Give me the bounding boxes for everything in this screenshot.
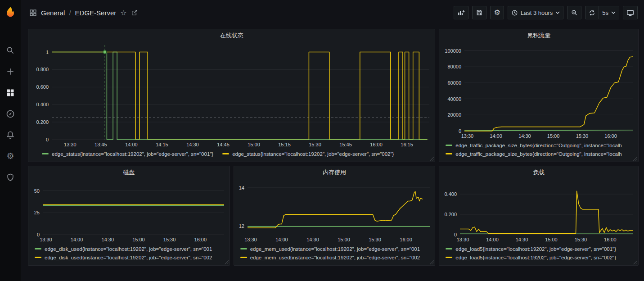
dashboard-toolbar: ⚙ Last 3 hours bbox=[454, 6, 638, 19]
panel-title[interactable]: 磁盘 bbox=[28, 166, 230, 179]
refresh-group: 5s bbox=[585, 6, 619, 19]
legend-item[interactable]: edge_disk_used{instance="localhost:19202… bbox=[35, 253, 225, 262]
refresh-interval-dropdown[interactable]: 5s bbox=[599, 6, 619, 19]
main-area: General / EDGE-Server ☆ bbox=[21, 0, 644, 281]
refresh-interval-label: 5s bbox=[602, 9, 608, 16]
panel-disk: 磁盘 0255013:3014:0014:3015:0015:3016:00 e… bbox=[28, 166, 230, 266]
svg-text:0.800: 0.800 bbox=[36, 67, 49, 72]
search-icon bbox=[6, 46, 15, 55]
sidebar-item-search[interactable] bbox=[0, 40, 21, 61]
svg-text:15:00: 15:00 bbox=[248, 142, 260, 147]
panel-legend: edge_disk_used{instance="localhost:19202… bbox=[28, 244, 230, 265]
legend-item[interactable]: edge_load5{instance="localhost:19202", j… bbox=[446, 253, 634, 262]
dashboard-grid: 在线状态 00.2000.4000.6000.800113:3013:4514:… bbox=[21, 25, 644, 281]
svg-text:14:30: 14:30 bbox=[518, 133, 531, 139]
svg-text:15:30: 15:30 bbox=[163, 237, 176, 242]
svg-text:0.400: 0.400 bbox=[445, 191, 457, 197]
panel-title[interactable]: 在线状态 bbox=[28, 29, 435, 42]
legend-series-label: edge_status{instance="localhost:19202", … bbox=[232, 151, 394, 157]
sidebar-item-server-admin[interactable] bbox=[0, 167, 21, 188]
panel-title[interactable]: 内存使用 bbox=[234, 166, 435, 179]
dashboard-settings-button[interactable]: ⚙ bbox=[490, 6, 504, 19]
svg-text:14:00: 14:00 bbox=[275, 237, 288, 242]
svg-text:16:00: 16:00 bbox=[605, 133, 617, 139]
legend-series-label: edge_traffic_package_size_bytes{directio… bbox=[455, 143, 621, 148]
legend-series-label: edge_traffic_package_size_bytes{directio… bbox=[455, 151, 621, 157]
panel-legend: edge_mem_used{instance="localhost:19202"… bbox=[234, 244, 435, 265]
breadcrumb: General / EDGE-Server ☆ bbox=[29, 9, 138, 17]
time-series-chart[interactable]: 00.2000.40013:3014:0014:3015:0015:3016:0… bbox=[439, 179, 638, 244]
time-range-picker[interactable]: Last 3 hours bbox=[508, 6, 564, 19]
grafana-app: ⚙ General / EDGE-Server ☆ bbox=[0, 0, 644, 281]
panel-title[interactable]: 累积流量 bbox=[439, 29, 638, 42]
shield-icon bbox=[6, 173, 15, 182]
svg-text:0.200: 0.200 bbox=[36, 119, 49, 125]
save-dashboard-button[interactable] bbox=[472, 6, 486, 19]
svg-text:16:00: 16:00 bbox=[604, 237, 617, 242]
chevron-down-icon bbox=[555, 11, 560, 14]
legend-series-swatch bbox=[446, 153, 452, 154]
dashboards-grid-icon bbox=[6, 88, 15, 97]
legend-item[interactable]: edge_disk_used{instance="localhost:19202… bbox=[35, 245, 225, 253]
sidebar-item-alerting[interactable] bbox=[0, 124, 21, 145]
svg-text:15:45: 15:45 bbox=[339, 142, 352, 147]
svg-text:14:30: 14:30 bbox=[102, 237, 114, 242]
legend-item[interactable]: edge_traffic_package_size_bytes{directio… bbox=[446, 141, 634, 150]
svg-text:16:15: 16:15 bbox=[401, 142, 413, 147]
legend-item[interactable]: edge_mem_used{instance="localhost:19202"… bbox=[240, 245, 431, 253]
breadcrumb-separator: / bbox=[69, 9, 71, 17]
breadcrumb-folder[interactable]: General bbox=[41, 9, 65, 17]
dashboard-row-1: 在线状态 00.2000.4000.6000.800113:3013:4514:… bbox=[28, 29, 639, 162]
legend-item[interactable]: edge_traffic_package_size_bytes{directio… bbox=[446, 150, 634, 158]
legend-item[interactable]: edge_mem_used{instance="localhost:19202"… bbox=[240, 253, 431, 262]
legend-series-swatch bbox=[222, 153, 229, 154]
zoom-out-button[interactable] bbox=[567, 6, 581, 19]
panel-load: 负载 00.2000.40013:3014:0014:3015:0015:301… bbox=[439, 166, 639, 266]
share-icon[interactable] bbox=[131, 9, 138, 16]
compass-icon bbox=[6, 109, 15, 118]
svg-text:0.600: 0.600 bbox=[36, 84, 49, 90]
breadcrumb-dashboard-title[interactable]: EDGE-Server bbox=[75, 9, 117, 17]
time-series-chart[interactable]: 02000040000600008000010000013:3014:0014:… bbox=[439, 42, 638, 140]
sidebar-item-dashboards[interactable] bbox=[0, 82, 21, 103]
cycle-view-button[interactable] bbox=[623, 6, 638, 19]
svg-text:14:00: 14:00 bbox=[486, 237, 499, 242]
refresh-icon bbox=[589, 9, 595, 16]
gear-icon: ⚙ bbox=[494, 9, 500, 16]
svg-text:14:15: 14:15 bbox=[156, 142, 168, 147]
legend-item[interactable]: edge_load5{instance="localhost:19202", j… bbox=[446, 245, 634, 253]
time-series-chart[interactable]: 121413:3014:0014:3015:0015:3016:00 bbox=[234, 179, 435, 244]
legend-series-swatch bbox=[35, 248, 41, 249]
add-panel-button[interactable] bbox=[454, 6, 468, 19]
clock-icon bbox=[511, 9, 518, 16]
svg-text:15:30: 15:30 bbox=[369, 237, 381, 242]
sidebar-item-configuration[interactable]: ⚙ bbox=[0, 145, 21, 167]
panel-legend: edge_load5{instance="localhost:19202", j… bbox=[439, 244, 638, 265]
legend-series-swatch bbox=[446, 248, 452, 249]
legend-series-swatch bbox=[42, 153, 49, 154]
time-series-chart[interactable]: 0255013:3014:0014:3015:0015:3016:00 bbox=[28, 179, 230, 244]
star-icon[interactable]: ☆ bbox=[120, 9, 126, 17]
panel-title[interactable]: 负载 bbox=[439, 166, 638, 179]
svg-text:20000: 20000 bbox=[448, 112, 462, 118]
svg-text:15:00: 15:00 bbox=[545, 237, 558, 242]
sidebar-item-explore[interactable] bbox=[0, 103, 21, 124]
svg-text:15:30: 15:30 bbox=[575, 237, 587, 242]
legend-item[interactable]: edge_status{instance="localhost:19202", … bbox=[222, 150, 394, 158]
svg-text:25: 25 bbox=[34, 210, 40, 215]
panel-legend: edge_traffic_package_size_bytes{directio… bbox=[439, 140, 638, 162]
dashboard-icon[interactable] bbox=[29, 9, 37, 17]
time-range-label: Last 3 hours bbox=[521, 9, 553, 16]
time-series-chart[interactable]: 00.2000.4000.6000.800113:3013:4514:0014:… bbox=[28, 42, 435, 149]
legend-item[interactable]: edge_status{instance="localhost:19202", … bbox=[42, 150, 213, 158]
svg-text:14:30: 14:30 bbox=[306, 237, 319, 242]
svg-text:15:30: 15:30 bbox=[576, 133, 589, 139]
sidebar-item-create[interactable] bbox=[0, 61, 21, 82]
sidebar-nav: ⚙ bbox=[0, 40, 21, 188]
svg-text:14:30: 14:30 bbox=[516, 237, 528, 242]
svg-text:13:30: 13:30 bbox=[461, 133, 474, 139]
grafana-logo[interactable] bbox=[4, 5, 17, 19]
sidebar: ⚙ bbox=[0, 0, 21, 281]
refresh-button[interactable] bbox=[585, 6, 599, 19]
svg-text:15:00: 15:00 bbox=[132, 237, 145, 242]
